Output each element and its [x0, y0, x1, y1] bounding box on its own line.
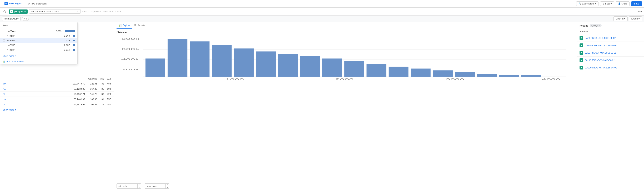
row-min-oo: 23	[97, 103, 104, 106]
row-count-oo: 44,997,699	[68, 103, 85, 106]
svg-point-0	[4, 10, 5, 12]
svg-rect-24	[433, 70, 453, 77]
explorations-button[interactable]: 🔍 Explorations ▾	[576, 2, 598, 6]
explorations-icon: 🔍	[578, 2, 581, 5]
open-in-button[interactable]: Open in ▾	[614, 16, 628, 21]
min-spin-down-icon[interactable]: ▼	[138, 186, 141, 188]
n486ha-checkbox[interactable]	[2, 48, 5, 51]
svg-rect-14	[212, 45, 232, 77]
flight-tab-icon: ✈	[4, 2, 8, 5]
svg-rect-19	[322, 58, 342, 77]
novalue-label: No Value	[7, 30, 20, 32]
table-header: AVERAGE MIN MAX	[0, 77, 114, 81]
max-spin-down-icon[interactable]: ▼	[166, 186, 169, 188]
result-item-2[interactable]: ✈ UA2373 LAX->KOA 2018-06-01	[577, 49, 644, 56]
svg-text:600k: 600k	[121, 48, 140, 50]
max-spin-up-icon[interactable]: ▲	[166, 184, 169, 186]
tab-explore[interactable]: 📊 Explore	[116, 22, 132, 29]
svg-text:800k: 800k	[121, 38, 140, 40]
n479ha-bar-rect	[73, 44, 75, 46]
dropdown-item-n491ha[interactable]: N491HA 2,160	[0, 34, 78, 38]
n494ha-count: 2,139	[64, 39, 70, 42]
row-max-ua: 757	[104, 98, 111, 100]
dropdown-show-more[interactable]: Show more ▾	[0, 53, 78, 58]
share-button[interactable]: 👤 Share	[616, 2, 630, 6]
svg-rect-22	[389, 67, 408, 77]
dropdown-item-n494ha[interactable]: N494HA 2,139	[0, 38, 78, 43]
svg-line-1	[5, 12, 6, 13]
global-filter-placeholder[interactable]: Search properties to add a chart or filt…	[82, 10, 635, 13]
max-value-input[interactable]	[145, 184, 166, 188]
result-item-0[interactable]: ✈ UA207 BOS->SFO 2018-06-02	[577, 34, 644, 42]
result-item-1[interactable]: ✈ UA2396 SFO->BOS 2018-06-01	[577, 42, 644, 49]
left-panel: Keep ▾ No Value 9,259 N491HA 2,160	[0, 22, 114, 190]
table-show-more[interactable]: Show more ▾	[0, 107, 114, 112]
center-panel: 📊 Explore ☰ Results Distance 800k 600k 4…	[114, 22, 577, 190]
dropdown-item-n479ha[interactable]: N479HA 2,137	[0, 43, 78, 48]
filter-value-input[interactable]	[46, 10, 75, 13]
result-item-3[interactable]: ✈ B6118 JFK->BOS 2018-06-02	[577, 56, 644, 64]
n491ha-checkbox[interactable]	[2, 35, 5, 37]
dropdown-list: No Value 9,259 N491HA 2,160 N4	[0, 28, 78, 53]
sort-by-button[interactable]: Sort by ▾	[577, 29, 644, 34]
dropdown-header: Keep ▾	[0, 22, 78, 28]
data-table: AVERAGE MIN MAX WN 120,747,079 121.95 32…	[0, 76, 114, 114]
n491ha-bar-rect	[73, 35, 75, 37]
table-row[interactable]: DL 79,496,174 145.70 33 728	[0, 92, 114, 97]
layout-bar-right: Open in ▾ Export ▾	[614, 16, 642, 21]
tab-results[interactable]: ☰ Results	[132, 22, 147, 29]
min-spin-up-icon[interactable]: ▲	[138, 184, 141, 186]
svg-rect-27	[499, 75, 519, 77]
table-row[interactable]: AA 87,123,035 167.29 35 602	[0, 86, 114, 92]
result-item-4[interactable]: ✈ UA2294 BOS->SFO 2018-06-01	[577, 64, 644, 72]
dropdown-item-n486ha[interactable]: N486HA 2,115	[0, 48, 78, 52]
export-button[interactable]: Export ▾	[629, 16, 642, 21]
filter-tag[interactable]: Tail Number is ✕	[29, 9, 81, 14]
min-value-input[interactable]	[117, 184, 138, 188]
row-avg-aa: 167.29	[85, 88, 97, 90]
plus-icon: ⊕	[28, 2, 30, 5]
add-chart-button[interactable]: 📊 Add chart to view	[0, 58, 78, 64]
table-row[interactable]: WN 120,747,079 121.95 32 483	[0, 81, 114, 86]
n491ha-count: 2,160	[64, 34, 70, 37]
svg-rect-13	[190, 42, 210, 77]
row-count-wn: 120,747,079	[68, 82, 85, 85]
export-chevron-icon: ▾	[638, 18, 640, 20]
new-exploration-tab[interactable]: ⊕ New exploration	[26, 2, 49, 5]
svg-rect-25	[455, 72, 475, 77]
result-flight-icon-1: ✈	[580, 44, 583, 47]
save-button[interactable]: Save	[631, 2, 642, 6]
flight-layout-select[interactable]: Flight Layout ▾	[2, 16, 20, 21]
svg-rect-18	[300, 56, 320, 76]
search-bar: ✈ [FRP] Flight Tail Number is ✕ Search p…	[0, 8, 644, 16]
table-row[interactable]: OO 44,997,699 102.59 23 382	[0, 102, 114, 107]
search-button[interactable]	[2, 9, 7, 14]
show-more-chevron-icon: ▾	[15, 55, 16, 57]
table-show-more-label: Show more	[3, 108, 14, 111]
lists-chevron-icon: ▾	[610, 2, 612, 5]
svg-rect-26	[477, 74, 497, 77]
n486ha-label: N486HA	[7, 48, 20, 51]
tab-frp-flights[interactable]: ✈ [FRP] Flights	[2, 0, 24, 8]
svg-rect-15	[234, 48, 254, 77]
explore-icon: 📊	[118, 24, 122, 27]
novalue-checkbox[interactable]	[2, 30, 5, 32]
filter-close-icon[interactable]: ✕	[77, 10, 79, 13]
row-max-dl: 728	[104, 93, 111, 95]
searchbar-right: Clear	[636, 10, 642, 13]
top-bar: ✈ [FRP] Flights ⊕ New exploration 🔍 Expl…	[0, 0, 644, 8]
keep-chevron-icon: ▾	[8, 24, 9, 26]
entity-tag[interactable]: ✈ [FRP] Flight	[8, 10, 28, 14]
add-filter-chip[interactable]: + 4	[22, 17, 29, 21]
range-separator: -	[142, 185, 143, 188]
clear-button[interactable]: Clear	[636, 10, 642, 13]
n479ha-checkbox[interactable]	[2, 44, 5, 46]
row-count-ua: 63,740,292	[68, 98, 85, 100]
dropdown-item-novalue[interactable]: No Value 9,259	[0, 29, 78, 34]
entity-icon: ✈	[10, 10, 13, 13]
row-count-dl: 79,496,174	[68, 93, 85, 95]
table-row[interactable]: UA 63,740,292 183.38 31 757	[0, 97, 114, 102]
lists-button[interactable]: ☰ Lists ▾	[600, 2, 614, 6]
row-name-oo: OO	[3, 103, 68, 106]
n494ha-checkbox[interactable]	[2, 39, 5, 42]
